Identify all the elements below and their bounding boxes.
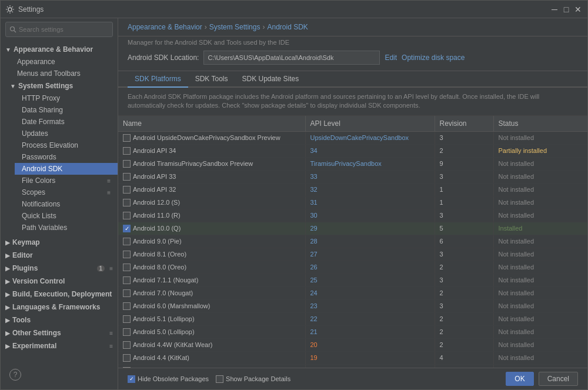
search-box[interactable] [5,22,113,37]
row-checkbox-2[interactable] [123,160,131,168]
col-header-revision[interactable]: Revision [435,116,493,132]
sidebar-item-file-colors[interactable]: File Colors ≡ [15,175,118,186]
row-checkbox-6[interactable] [123,212,131,219]
collapse-arrow-editor: ▶ [5,252,10,259]
sidebar-item-quick-lists[interactable]: Quick Lists [15,210,118,222]
collapse-arrow-build: ▶ [5,291,10,298]
breadcrumb-system-settings[interactable]: System Settings [209,23,260,31]
cancel-button[interactable]: Cancel [539,372,578,386]
close-button[interactable]: ✕ [573,5,583,14]
sdk-location-input[interactable] [203,51,380,65]
row-status-14: Not installed [499,315,534,322]
sidebar-group-plugins[interactable]: ▶ Plugins 1 ≡ [1,262,118,275]
search-input[interactable] [19,26,109,33]
row-status-7: Installed [499,225,523,232]
tab-sdk-platforms[interactable]: SDK Platforms [128,71,188,88]
row-checkbox-12[interactable] [123,289,131,297]
settings-window: Settings ─ □ ✕ ▼ Appearance & Behavior [0,0,588,390]
col-header-api[interactable]: API Level [305,116,435,132]
sidebar-group-build[interactable]: ▶ Build, Execution, Deployment [1,288,118,301]
ok-button[interactable]: OK [506,372,533,386]
file-colors-badge: ≡ [107,178,111,184]
row-checkbox-1[interactable] [123,147,131,155]
search-icon [9,26,16,33]
tab-sdk-tools[interactable]: SDK Tools [188,71,235,88]
row-checkbox-3[interactable] [123,173,131,181]
row-checkbox-8[interactable] [123,238,131,245]
sidebar-item-http-proxy[interactable]: HTTP Proxy [15,92,118,104]
sdk-edit-link[interactable]: Edit [385,54,397,62]
sidebar-item-appearance[interactable]: Appearance [10,56,118,68]
sidebar-item-android-sdk[interactable]: Android SDK [15,163,118,175]
row-checkbox-16[interactable] [123,341,131,349]
row-status-1: Partially installed [499,147,547,154]
cell-revision-3: 3 [435,170,493,183]
row-name-12: Android 7.0 (Nougat) [133,289,193,296]
cell-api-1: 34 [305,144,435,157]
row-api-15: 21 [310,328,318,335]
sidebar: ▼ Appearance & Behavior Appearance Menus… [1,18,118,389]
bottom-buttons: OK Cancel [506,372,578,386]
sidebar-item-date-formats[interactable]: Date Formats [15,116,118,128]
sidebar-item-process-elevation[interactable]: Process Elevation [15,139,118,151]
sidebar-subgroup-system-settings[interactable]: ▼ System Settings [10,79,118,92]
hide-obsolete-label[interactable]: ✓ Hide Obsolete Packages [128,375,209,383]
cell-api-9: 27 [305,248,435,261]
row-checkbox-11[interactable] [123,276,131,284]
col-header-name[interactable]: Name [118,116,305,132]
row-checkbox-13[interactable] [123,302,131,310]
col-header-status[interactable]: Status [493,116,587,132]
sidebar-item-path-variables[interactable]: Path Variables [15,222,118,234]
sidebar-group-experimental[interactable]: ▶ Experimental ≡ [1,339,118,352]
show-package-checkbox[interactable] [216,375,223,383]
sidebar-group-other-settings[interactable]: ▶ Other Settings ≡ [1,326,118,339]
sidebar-item-notifications[interactable]: Notifications [15,198,118,210]
hide-obsolete-checkbox[interactable]: ✓ [128,375,135,383]
tab-sdk-update-sites[interactable]: SDK Update Sites [235,71,306,88]
sidebar-group-tools[interactable]: ▶ Tools [1,314,118,326]
sidebar-group-editor[interactable]: ▶ Editor [1,249,118,262]
sidebar-group-languages[interactable]: ▶ Languages & Frameworks [1,301,118,314]
row-name-8: Android 9.0 (Pie) [133,238,182,245]
row-checkbox-14[interactable] [123,315,131,323]
row-checkbox-9[interactable] [123,251,131,258]
row-checkbox-15[interactable] [123,328,131,336]
sidebar-item-data-sharing[interactable]: Data Sharing [15,104,118,116]
cell-name-13: Android 6.0 (Marshmallow) [118,299,305,312]
row-status-0: Not installed [499,134,534,141]
minimize-button[interactable]: ─ [550,5,559,14]
row-api-0: UpsideDownCakePrivacySandbox [310,134,409,141]
cell-status-15: Not installed [493,325,587,338]
cell-api-15: 21 [305,325,435,338]
sidebar-item-scopes[interactable]: Scopes ≡ [15,186,118,198]
cell-api-14: 22 [305,312,435,325]
row-name-5: Android 12.0 (S) [133,199,180,206]
sdk-optimize-link[interactable]: Optimize disk space [402,54,465,62]
sidebar-group-keymap[interactable]: ▶ Keymap [1,236,118,249]
cell-name-1: Android API 34 [118,144,305,157]
row-checkbox-7[interactable]: ✓ [123,225,131,232]
breadcrumb-appearance[interactable]: Appearance & Behavior [128,23,202,31]
maximize-button[interactable]: □ [562,5,571,14]
cell-status-5: Not installed [493,196,587,209]
collapse-arrow-languages: ▶ [5,304,10,311]
sidebar-item-menus-toolbars[interactable]: Menus and Toolbars [10,68,118,79]
sidebar-group-version-control[interactable]: ▶ Version Control [1,275,118,288]
row-status-16: Not installed [499,341,534,348]
sidebar-sub-appearance: Appearance Menus and Toolbars ▼ System S… [1,56,118,234]
row-checkbox-17[interactable] [123,354,131,362]
row-name-6: Android 11.0 (R) [133,212,181,219]
row-name-17: Android 4.4 (KitKat) [133,354,189,361]
row-status-9: Not installed [499,251,534,258]
sidebar-group-appearance[interactable]: ▼ Appearance & Behavior [1,43,118,56]
row-checkbox-10[interactable] [123,264,131,271]
row-checkbox-4[interactable] [123,186,131,194]
sidebar-item-updates[interactable]: Updates [15,128,118,139]
sidebar-item-passwords[interactable]: Passwords [15,151,118,163]
row-checkbox-5[interactable] [123,199,131,206]
show-package-label[interactable]: Show Package Details [216,375,290,383]
sidebar-section-appearance: ▼ Appearance & Behavior Appearance Menus… [1,41,118,236]
table-row: Android TiramisuPrivacySandbox Preview T… [118,157,587,170]
row-checkbox-0[interactable] [123,134,131,142]
help-button[interactable]: ? [9,369,21,381]
